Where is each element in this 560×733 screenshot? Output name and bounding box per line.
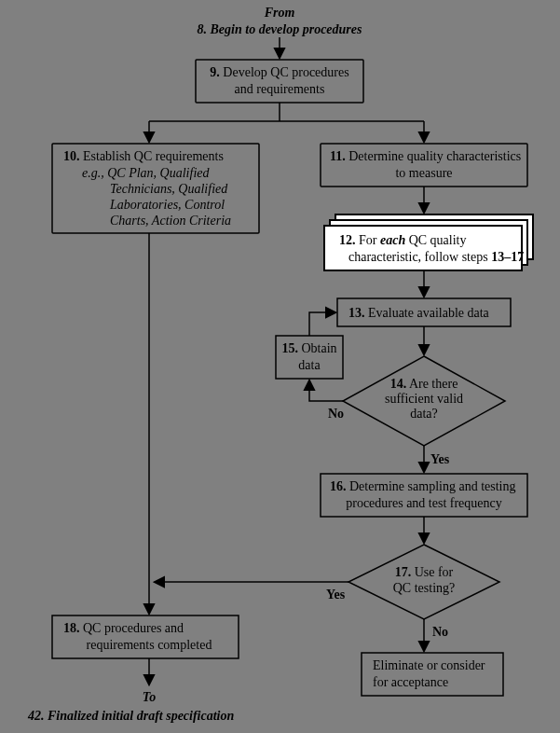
box-18-l2: requirements completed	[87, 638, 212, 652]
box-16-l2: procedures and test frequency	[346, 496, 502, 510]
flowchart-diagram: From 8. Begin to develop procedures 9. D…	[0, 0, 560, 733]
box-16-l1: 16. Determine sampling and testing	[330, 479, 515, 493]
label-yes-14: Yes	[430, 452, 450, 466]
box-12-line1: 12. For each QC quality	[339, 233, 467, 247]
box-9-line1: 9. Develop QC procedures	[210, 65, 348, 79]
d14-line3: data?	[410, 407, 438, 421]
conn-15-13	[309, 312, 335, 336]
box-10-line1: 10. Establish QC requirements	[63, 149, 224, 163]
box-10-l4: Charts, Action Criteria	[110, 214, 231, 228]
box-13-line1: 13. Evaluate available data	[348, 306, 490, 320]
label-no-17: No	[432, 625, 448, 639]
box-11-line1: 11. Determine quality characteristics	[330, 149, 521, 163]
footer-step42: 42. Finalized initial draft specificatio…	[27, 709, 235, 723]
box-10-l2: Technicians, Qualified	[110, 182, 228, 196]
box-15-l2: data	[298, 358, 321, 372]
label-no-14: No	[328, 407, 344, 421]
box-10-l3: Laboratories, Control	[109, 198, 225, 212]
box-10-eg: e.g., QC Plan, Qualified	[82, 166, 210, 180]
d17-l1: 17. Use for	[395, 565, 454, 579]
box-11-line2: to measure	[395, 166, 452, 180]
label-yes-17: Yes	[326, 588, 346, 602]
box-18-l1: 18. QC procedures and	[63, 621, 184, 635]
conn-14-no-15	[309, 380, 343, 401]
box-elim-l2: for acceptance	[373, 675, 448, 689]
header-step8: 8. Begin to develop procedures	[198, 22, 362, 36]
d14-line2: sufficient valid	[385, 392, 463, 406]
box-12-line2: characteristic, follow steps 13–17	[348, 250, 524, 264]
d14-line0: 14. Are there	[390, 377, 458, 391]
box-elim-l1: Eliminate or consider	[373, 658, 485, 672]
d17-l2: QC testing?	[393, 581, 456, 595]
header-from: From	[264, 6, 295, 20]
box-15-l1: 15. Obtain	[281, 341, 336, 355]
footer-to: To	[143, 690, 156, 704]
box-9-line2: and requirements	[235, 82, 325, 96]
